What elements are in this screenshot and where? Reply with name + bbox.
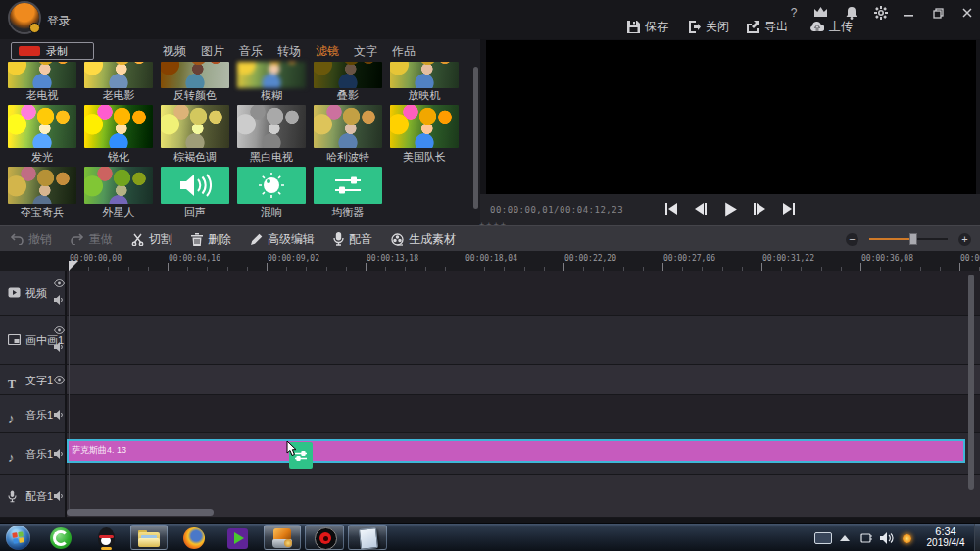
track-header-配音1-5[interactable]: 配音1: [0, 475, 65, 518]
audio-clip[interactable]: 萨克斯曲4. 13: [67, 439, 965, 463]
filter-thumb-反转颜色[interactable]: [161, 62, 229, 88]
filter-thumb-老电影[interactable]: [84, 62, 153, 88]
media-player-icon[interactable]: [225, 526, 249, 550]
login-link[interactable]: 登录: [47, 13, 71, 29]
track-visibility-eye-icon[interactable]: [54, 326, 65, 334]
track-lane-0[interactable]: [67, 271, 980, 316]
update-tray-icon[interactable]: [900, 526, 913, 550]
audio-effect-均衡器[interactable]: [314, 167, 382, 204]
filter-thumb-哈利波特[interactable]: [314, 105, 382, 148]
volume-icon[interactable]: [879, 526, 895, 550]
edit-toolbar: 撤销 重做 切割 删除 高级编辑 配音: [0, 225, 980, 251]
timeline-horizontal-scrollbar[interactable]: [67, 509, 214, 516]
zoom-slider-handle[interactable]: [909, 233, 917, 245]
filter-thumb-老电视[interactable]: [8, 62, 76, 88]
filter-thumb-锐化[interactable]: [84, 105, 153, 148]
advanced-edit-button[interactable]: 高级编辑: [250, 231, 315, 248]
equalizer-icon: [333, 174, 363, 197]
generate-material-button[interactable]: 生成素材: [391, 231, 456, 248]
track-header-文字1-2[interactable]: T文字1: [0, 365, 65, 395]
track-mute-speaker-icon[interactable]: [54, 410, 65, 420]
filter-thumb-黑白电视[interactable]: [237, 105, 306, 148]
redo-button[interactable]: 重做: [71, 231, 113, 248]
track-visibility-eye-icon[interactable]: [54, 279, 65, 287]
tab-作品[interactable]: 作品: [389, 43, 418, 60]
tab-音乐[interactable]: 音乐: [236, 43, 266, 60]
track-visibility-eye-icon[interactable]: [54, 376, 65, 384]
close-window-button[interactable]: [958, 5, 976, 21]
timeline-vertical-scrollbar[interactable]: [968, 275, 974, 490]
taskbar-clock[interactable]: 6:34 2019/4/4: [917, 526, 974, 549]
video-editor-icon[interactable]: [270, 526, 294, 550]
filter-thumb-夺宝奇兵[interactable]: [8, 167, 76, 204]
action-center-icon[interactable]: [858, 526, 874, 550]
filter-label: 老电视: [8, 88, 76, 103]
delete-button[interactable]: 删除: [191, 231, 231, 248]
track-name: 音乐1: [25, 447, 53, 462]
filter-thumb-棕褐色调[interactable]: [161, 105, 229, 148]
filter-thumb-发光[interactable]: [8, 105, 76, 148]
show-desktop-button[interactable]: [974, 524, 980, 551]
filter-thumb-叠影[interactable]: [314, 62, 382, 88]
track-mute-speaker-icon[interactable]: [54, 342, 65, 352]
track-header-音乐1-3[interactable]: ♪音乐1: [0, 395, 65, 433]
ruler-major-tick: [168, 263, 169, 271]
track-header-画中画1-1[interactable]: 画中画1: [0, 316, 65, 365]
filter-thumb-美国队长[interactable]: [390, 105, 459, 148]
restore-button[interactable]: [929, 5, 947, 21]
settings-gear-icon[interactable]: [872, 5, 890, 21]
track-lane-3[interactable]: [67, 395, 980, 433]
playhead-marker[interactable]: [69, 261, 78, 271]
screen-recorder-icon[interactable]: [314, 526, 337, 550]
input-method-icon[interactable]: [814, 526, 832, 550]
record-button[interactable]: 录制: [11, 42, 94, 60]
notepad-icon[interactable]: [357, 526, 380, 550]
track-mute-speaker-icon[interactable]: [54, 449, 65, 459]
qq-icon[interactable]: [94, 526, 118, 550]
tab-滤镜[interactable]: 滤镜: [313, 43, 342, 60]
close-project-button[interactable]: 关闭: [688, 19, 729, 34]
filter-thumb-放映机[interactable]: [390, 62, 459, 88]
next-frame-button[interactable]: [751, 199, 768, 219]
play-button[interactable]: [721, 199, 739, 219]
track-name: 视频: [25, 286, 47, 301]
track-header-视频-0[interactable]: 视频: [0, 271, 65, 316]
undo-button[interactable]: 撤销: [10, 231, 52, 248]
zoom-slider[interactable]: [869, 238, 948, 240]
export-button[interactable]: 导出: [747, 19, 788, 34]
zoom-out-button[interactable]: −: [846, 233, 858, 246]
file-explorer-icon[interactable]: [137, 526, 161, 550]
tab-视频[interactable]: 视频: [160, 43, 189, 60]
ruler-major-tick: [366, 263, 367, 271]
upload-button[interactable]: 上传: [810, 19, 853, 34]
tab-转场[interactable]: 转场: [274, 43, 304, 60]
tray-expand-icon[interactable]: [839, 526, 851, 550]
filter-panel-scrollbar[interactable]: [473, 67, 478, 209]
music-track-icon: ♪: [8, 409, 21, 426]
audio-effect-混响[interactable]: [237, 167, 306, 204]
browser-360-icon[interactable]: [49, 526, 73, 550]
firefox-icon[interactable]: [182, 526, 206, 550]
skip-to-start-button[interactable]: [662, 199, 680, 219]
track-header-音乐1-4[interactable]: ♪音乐1: [0, 433, 65, 475]
dub-button[interactable]: 配音: [333, 231, 372, 248]
filter-thumb-模糊[interactable]: [237, 62, 306, 88]
save-button[interactable]: 保存: [627, 19, 668, 34]
cut-button[interactable]: 切割: [131, 231, 172, 248]
text-track-icon: T: [8, 375, 21, 392]
previous-frame-button[interactable]: [692, 199, 710, 219]
tab-文字[interactable]: 文字: [351, 43, 380, 60]
timeline-ruler[interactable]: 00:00:00,0000:00:04,1600:00:09,0200:00:1…: [0, 251, 980, 271]
track-mute-speaker-icon[interactable]: [54, 295, 65, 305]
zoom-in-button[interactable]: +: [958, 233, 971, 246]
track-lane-1[interactable]: [67, 316, 980, 365]
track-lane-2[interactable]: [67, 365, 980, 395]
start-button[interactable]: [6, 526, 30, 550]
filter-thumb-外星人[interactable]: [84, 167, 153, 204]
tab-图片[interactable]: 图片: [198, 43, 227, 60]
audio-effect-回声[interactable]: [161, 167, 229, 204]
minimize-button[interactable]: [900, 5, 917, 21]
avatar[interactable]: [10, 3, 39, 32]
track-mute-speaker-icon[interactable]: [54, 491, 65, 501]
skip-to-end-button[interactable]: [780, 199, 798, 219]
